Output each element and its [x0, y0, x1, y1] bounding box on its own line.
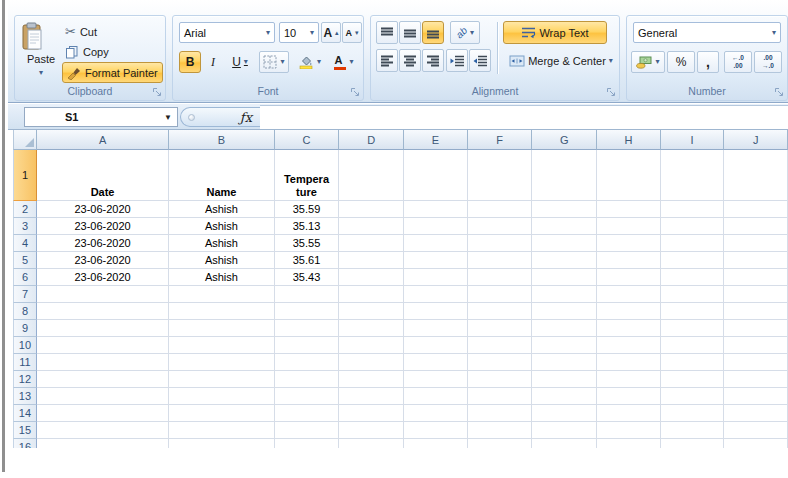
cell-F3[interactable] [468, 218, 533, 235]
cell-A1[interactable]: Date [37, 150, 169, 201]
cell-C16[interactable] [275, 439, 340, 448]
cell-B14[interactable] [169, 405, 274, 422]
cell-E16[interactable] [404, 439, 468, 448]
cell-G1[interactable] [532, 150, 597, 201]
cell-J9[interactable] [724, 320, 788, 337]
column-header-G[interactable]: G [532, 130, 597, 150]
cell-E7[interactable] [404, 286, 468, 303]
cell-J7[interactable] [724, 286, 788, 303]
cell-D15[interactable] [339, 422, 404, 439]
row-header-2[interactable]: 2 [13, 201, 37, 218]
bold-button[interactable]: B [179, 51, 201, 73]
insert-function-button[interactable]: ƒx [180, 107, 260, 127]
cell-G2[interactable] [532, 201, 597, 218]
cell-I1[interactable] [661, 150, 725, 201]
font-name-combo[interactable]: Arial ▾ [179, 22, 275, 43]
name-box-dropdown-icon[interactable]: ▼ [164, 113, 172, 122]
cell-G3[interactable] [532, 218, 597, 235]
cell-J14[interactable] [724, 405, 788, 422]
align-center-button[interactable] [399, 49, 421, 72]
cell-I2[interactable] [661, 201, 725, 218]
shrink-font-button[interactable]: A▾ [342, 22, 362, 43]
number-dialog-launcher-icon[interactable] [774, 87, 785, 98]
cell-D14[interactable] [339, 405, 404, 422]
increase-indent-button[interactable] [469, 49, 491, 72]
cell-J11[interactable] [724, 354, 788, 371]
cell-C9[interactable] [275, 320, 340, 337]
copy-button[interactable]: Copy [65, 42, 109, 61]
cell-G6[interactable] [532, 269, 597, 286]
cell-I6[interactable] [661, 269, 725, 286]
cell-G4[interactable] [532, 235, 597, 252]
row-header-10[interactable]: 10 [13, 337, 37, 354]
number-format-combo[interactable]: General ▾ [633, 22, 781, 43]
cell-E11[interactable] [404, 354, 468, 371]
accounting-format-button[interactable]: ▾ [631, 51, 665, 73]
column-header-A[interactable]: A [37, 130, 169, 150]
cell-A5[interactable]: 23-06-2020 [37, 252, 169, 269]
name-box[interactable]: S1 ▼ [24, 107, 178, 127]
cell-F9[interactable] [468, 320, 533, 337]
align-top-button[interactable] [376, 21, 398, 44]
cut-button[interactable]: ✂ Cut [65, 22, 97, 41]
cell-I4[interactable] [661, 235, 725, 252]
cell-I14[interactable] [661, 405, 725, 422]
row-header-3[interactable]: 3 [13, 218, 37, 235]
cell-E15[interactable] [404, 422, 468, 439]
cell-A10[interactable] [37, 337, 169, 354]
fill-color-button[interactable]: ▾ [295, 51, 325, 73]
cell-A7[interactable] [37, 286, 169, 303]
cell-D7[interactable] [339, 286, 404, 303]
row-header-8[interactable]: 8 [13, 303, 37, 320]
cell-D16[interactable] [339, 439, 404, 448]
cell-F7[interactable] [468, 286, 533, 303]
column-header-H[interactable]: H [597, 130, 661, 150]
cell-I11[interactable] [661, 354, 725, 371]
cell-C12[interactable] [275, 371, 340, 388]
cell-G12[interactable] [532, 371, 597, 388]
row-header-16[interactable]: 16 [13, 439, 37, 448]
wrap-text-button[interactable]: Wrap Text [503, 21, 607, 44]
cell-I16[interactable] [661, 439, 725, 448]
cell-F1[interactable] [468, 150, 533, 201]
cell-B1[interactable]: Name [169, 150, 274, 201]
borders-button[interactable]: ▾ [259, 51, 289, 73]
cell-F12[interactable] [468, 371, 533, 388]
row-header-6[interactable]: 6 [13, 269, 37, 286]
cell-E9[interactable] [404, 320, 468, 337]
cell-F10[interactable] [468, 337, 533, 354]
cell-B3[interactable]: Ashish [169, 218, 274, 235]
column-header-B[interactable]: B [169, 130, 274, 150]
cell-A3[interactable]: 23-06-2020 [37, 218, 169, 235]
paste-button[interactable]: Paste ▾ [19, 20, 63, 86]
cell-C15[interactable] [275, 422, 340, 439]
cell-I9[interactable] [661, 320, 725, 337]
cell-B5[interactable]: Ashish [169, 252, 274, 269]
cell-C6[interactable]: 35.43 [275, 269, 340, 286]
row-header-13[interactable]: 13 [13, 388, 37, 405]
cell-B16[interactable] [169, 439, 274, 448]
column-header-I[interactable]: I [661, 130, 725, 150]
cell-E4[interactable] [404, 235, 468, 252]
cell-G16[interactable] [532, 439, 597, 448]
cell-A8[interactable] [37, 303, 169, 320]
cell-J5[interactable] [724, 252, 788, 269]
cell-B11[interactable] [169, 354, 274, 371]
cell-G7[interactable] [532, 286, 597, 303]
cell-F11[interactable] [468, 354, 533, 371]
cell-D11[interactable] [339, 354, 404, 371]
cell-H2[interactable] [597, 201, 661, 218]
cell-C2[interactable]: 35.59 [275, 201, 340, 218]
cell-J12[interactable] [724, 371, 788, 388]
cell-D13[interactable] [339, 388, 404, 405]
cell-B2[interactable]: Ashish [169, 201, 274, 218]
row-header-9[interactable]: 9 [13, 320, 37, 337]
cell-A4[interactable]: 23-06-2020 [37, 235, 169, 252]
select-all-button[interactable] [13, 130, 37, 150]
cell-C13[interactable] [275, 388, 340, 405]
cell-H6[interactable] [597, 269, 661, 286]
underline-button[interactable]: U ▾ [225, 51, 255, 73]
cell-E13[interactable] [404, 388, 468, 405]
cell-C5[interactable]: 35.61 [275, 252, 340, 269]
cell-J1[interactable] [724, 150, 788, 201]
